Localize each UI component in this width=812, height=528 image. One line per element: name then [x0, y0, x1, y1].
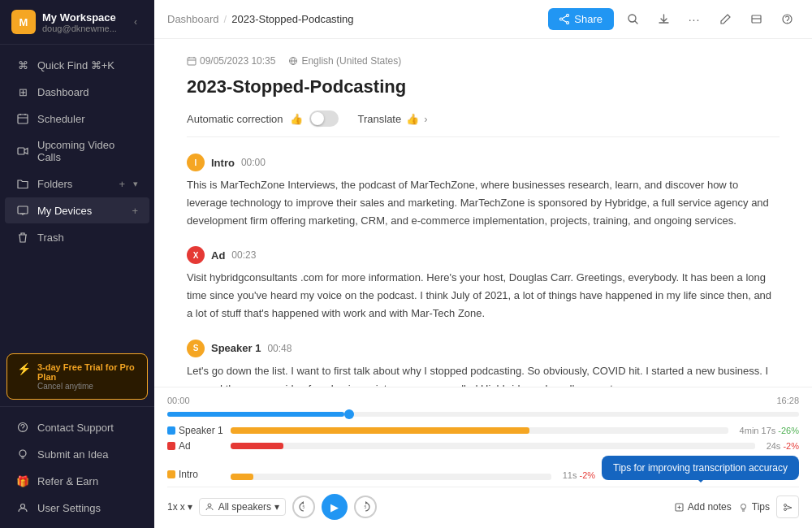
collapse-icon[interactable]: ‹ — [123, 10, 148, 34]
view-button[interactable] — [744, 7, 768, 32]
svg-rect-2 — [18, 206, 28, 214]
sidebar-item-quick-find[interactable]: ⌘ Quick Find ⌘+K — [5, 52, 149, 78]
auto-correct-switch[interactable] — [309, 110, 339, 127]
svg-point-9 — [560, 18, 563, 20]
speaker1-color — [167, 426, 175, 435]
lightning-icon: ⚡ — [17, 362, 31, 375]
speed-selector[interactable]: 1x x ▾ — [167, 501, 192, 513]
sidebar-item-user-settings[interactable]: User Settings — [5, 495, 149, 521]
svg-rect-14 — [188, 58, 196, 65]
timeline-header: 00:00 16:28 — [167, 396, 799, 405]
svg-point-16 — [208, 504, 211, 507]
sidebar-item-my-devices[interactable]: My Devices + — [5, 197, 149, 223]
segment-speaker1: S Speaker 1 00:48 Let's go down the list… — [187, 340, 780, 387]
play-button[interactable]: ▶ — [322, 494, 348, 520]
timeline-end: 16:28 — [776, 396, 799, 405]
breadcrumb-home[interactable]: Dashboard — [167, 13, 219, 25]
sidebar-item-video-calls[interactable]: Upcoming Video Calls — [5, 132, 149, 170]
add-notes-button[interactable]: Add notes — [674, 501, 732, 513]
timeline-bar-intro: Intro 11s -2% Tips for improving transcr… — [167, 456, 799, 480]
my-devices-icon — [16, 204, 29, 217]
content-area: 09/05/2023 10:35 English (United States)… — [154, 39, 812, 528]
sidebar-header: M My Workspace doug@dknewme... ‹ › — [0, 0, 154, 45]
sidebar-item-refer-earn[interactable]: 🎁 Refer & Earn — [5, 468, 149, 494]
search-button[interactable] — [620, 7, 645, 32]
doc-meta: 09/05/2023 10:35 English (United States) — [187, 55, 780, 67]
tooltip-wrap: Tips for improving transcription accurac… — [602, 456, 799, 480]
page-title: 2023-Stopped-Podcasting — [187, 76, 780, 97]
sidebar-item-trash[interactable]: Trash — [5, 224, 149, 250]
timeline-bar-ad: Ad 24s -2% — [167, 440, 799, 452]
pro-banner[interactable]: ⚡ 3-day Free Trial for Pro Plan Cancel a… — [6, 353, 148, 400]
segment-intro: I Intro 00:00 This is MarTechZone Interv… — [187, 154, 780, 230]
ad-stats: 24s -2% — [767, 441, 799, 451]
translate-button[interactable]: Translate 👍 › — [358, 113, 428, 125]
sidebar: M My Workspace doug@dknewme... ‹ › ⌘ Qui… — [0, 0, 154, 528]
rewind-button[interactable]: 5 — [292, 496, 315, 518]
doc-language: English (United States) — [288, 55, 401, 67]
timeline-bar-speaker1: Speaker 1 4min 17s -26% — [167, 425, 799, 436]
intro-bar-wrap — [231, 474, 551, 480]
svg-rect-1 — [18, 148, 24, 154]
segment-speaker1-header: S Speaker 1 00:48 — [187, 340, 780, 357]
ad-badge: X — [187, 246, 205, 264]
segment-speaker1-text: Let's go down the list. I want to first … — [187, 362, 780, 387]
sidebar-item-submit-idea[interactable]: Submit an Idea — [5, 441, 149, 467]
svg-point-4 — [22, 430, 23, 431]
svg-rect-0 — [18, 115, 28, 123]
breadcrumb-separator: / — [224, 13, 227, 25]
folders-icon — [16, 177, 29, 190]
segment-ad: X Ad 00:23 Visit hybridgconsultants .com… — [187, 246, 780, 322]
edit-button[interactable] — [713, 7, 737, 32]
segment-intro-text: This is MarTechZone Interviews, the podc… — [187, 176, 780, 230]
intro-badge: I — [187, 154, 205, 171]
main-content: Dashboard / 2023-Stopped-Podcasting Shar… — [154, 0, 812, 528]
auto-correct-toggle: Automatic correction 👍 — [187, 110, 339, 127]
intro-stats: 11s -2% — [563, 470, 595, 480]
toolbar-row: Automatic correction 👍 Translate 👍 › — [187, 110, 780, 137]
intro-bar — [231, 474, 253, 480]
speakers-selector[interactable]: All speakers ▾ — [199, 498, 286, 516]
share-button[interactable]: Share — [548, 8, 614, 30]
timeline-start: 00:00 — [167, 396, 190, 405]
sidebar-nav: ⌘ Quick Find ⌘+K ⊞ Dashboard Scheduler U… — [0, 45, 154, 347]
sidebar-item-contact-support[interactable]: Contact Support — [5, 414, 149, 440]
svg-point-21 — [784, 504, 786, 506]
workspace-name: My Workspace — [42, 11, 117, 24]
video-calls-icon — [16, 145, 29, 158]
ad-color — [167, 442, 175, 450]
playback-right-actions: Add notes Tips — [674, 496, 799, 518]
sidebar-item-scheduler[interactable]: Scheduler — [5, 106, 149, 132]
contact-support-icon — [16, 421, 29, 434]
folders-chevron-icon[interactable]: ▾ — [133, 179, 138, 189]
svg-point-20 — [741, 504, 745, 509]
speaker1-bar — [231, 427, 529, 434]
ad-bar-wrap — [231, 443, 755, 449]
timeline-track[interactable] — [167, 412, 799, 417]
forward-button[interactable]: 5 — [354, 496, 377, 518]
more-options-button[interactable]: ··· — [682, 7, 706, 32]
speed-chevron-icon: ▾ — [188, 501, 192, 513]
sidebar-footer: Contact Support Submit an Idea 🎁 Refer &… — [0, 406, 154, 528]
tips-button[interactable]: Tips — [738, 501, 770, 513]
scissors-button[interactable] — [776, 496, 799, 518]
download-button[interactable] — [651, 7, 676, 32]
transcript-area: 09/05/2023 10:35 English (United States)… — [154, 39, 812, 387]
my-devices-add-icon[interactable]: + — [132, 205, 138, 217]
folders-add-icon[interactable]: + — [119, 178, 125, 190]
timeline-panel: 00:00 16:28 Speaker 1 4min 17s -26% — [154, 387, 812, 528]
speakers-chevron-icon: ▾ — [274, 501, 279, 513]
user-settings-icon — [16, 501, 29, 514]
speaker1-bar-wrap — [231, 427, 728, 434]
segment-ad-text: Visit hybridgconsultants .com for more i… — [187, 269, 780, 322]
sidebar-item-folders[interactable]: Folders + ▾ — [5, 171, 149, 197]
svg-point-8 — [567, 22, 569, 24]
help-button[interactable] — [775, 7, 799, 32]
svg-point-13 — [786, 22, 787, 23]
svg-point-5 — [19, 450, 26, 457]
svg-point-6 — [21, 504, 25, 509]
doc-date: 09/05/2023 10:35 — [187, 55, 275, 67]
sidebar-item-dashboard[interactable]: ⊞ Dashboard — [5, 79, 149, 105]
tips-tooltip: Tips for improving transcription accurac… — [602, 456, 799, 480]
dashboard-icon: ⊞ — [16, 85, 29, 98]
